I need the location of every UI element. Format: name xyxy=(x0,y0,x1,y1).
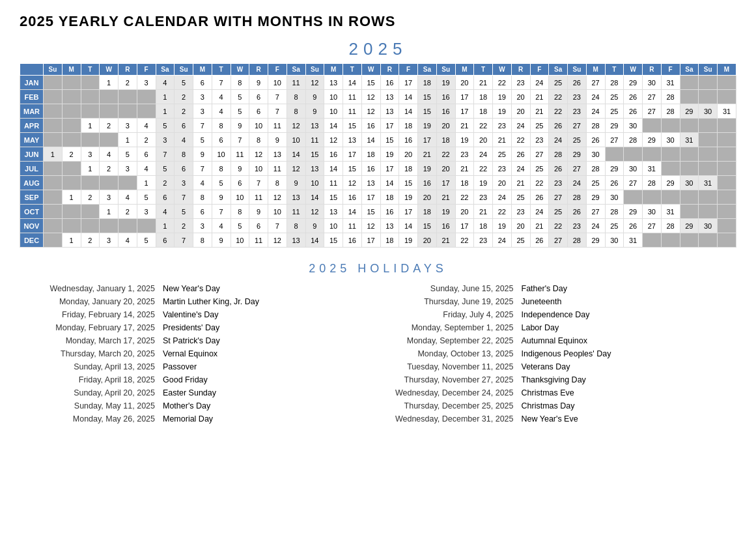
holiday-row: Sunday, April 20, 2025Easter Sunday xyxy=(20,386,378,399)
month-label-dec: DEC xyxy=(20,233,44,248)
holiday-name: Valentine's Day xyxy=(163,310,219,319)
holiday-row: Friday, April 18, 2025Good Friday xyxy=(20,373,378,386)
holiday-name: Presidents' Day xyxy=(163,323,219,332)
holiday-name: Autumnal Equinox xyxy=(522,336,587,345)
holiday-row: Wednesday, December 31, 2025New Year's E… xyxy=(378,412,737,425)
holiday-date: Monday, February 17, 2025 xyxy=(26,323,163,332)
holiday-row: Thursday, March 20, 2025Vernal Equinox xyxy=(20,347,378,360)
holiday-name: Independence Day xyxy=(522,310,590,319)
month-label-oct: OCT xyxy=(20,205,44,219)
month-label-nov: NOV xyxy=(20,219,44,233)
month-label-sep: SEP xyxy=(20,190,44,205)
holiday-date: Friday, July 4, 2025 xyxy=(385,310,522,319)
holiday-name: Vernal Equinox xyxy=(163,349,217,358)
month-label-jul: JUL xyxy=(20,162,44,176)
holiday-row: Monday, September 1, 2025Labor Day xyxy=(378,321,737,334)
holiday-row: Friday, February 14, 2025Valentine's Day xyxy=(20,308,378,321)
holiday-date: Sunday, June 15, 2025 xyxy=(385,284,522,293)
holiday-row: Monday, February 17, 2025Presidents' Day xyxy=(20,321,378,334)
holiday-date: Thursday, March 20, 2025 xyxy=(26,349,163,358)
holiday-name: Thanksgiving Day xyxy=(522,375,586,384)
holiday-row: Sunday, April 13, 2025Passover xyxy=(20,360,378,373)
holiday-row: Monday, March 17, 2025St Patrick's Day xyxy=(20,334,378,347)
month-label-feb: FEB xyxy=(20,90,44,104)
holiday-name: Mother's Day xyxy=(163,401,210,410)
holiday-date: Monday, September 1, 2025 xyxy=(385,323,522,332)
holiday-date: Monday, January 20, 2025 xyxy=(26,297,163,306)
holiday-date: Sunday, April 13, 2025 xyxy=(26,362,163,371)
month-label-jan: JAN xyxy=(20,76,44,90)
holidays-title: 2025 HOLIDAYS xyxy=(20,262,736,276)
holiday-date: Monday, March 17, 2025 xyxy=(26,336,163,345)
holiday-date: Wednesday, December 31, 2025 xyxy=(385,414,522,424)
holiday-row: Thursday, November 27, 2025Thanksgiving … xyxy=(378,373,737,386)
holiday-name: Father's Day xyxy=(522,284,567,293)
holiday-row: Friday, July 4, 2025Independence Day xyxy=(378,308,737,321)
holiday-row: Sunday, June 15, 2025Father's Day xyxy=(378,282,737,295)
holiday-date: Monday, May 26, 2025 xyxy=(26,414,163,424)
holiday-date: Wednesday, January 1, 2025 xyxy=(26,284,163,293)
holiday-row: Monday, October 13, 2025Indigenous Peopl… xyxy=(378,347,737,360)
holiday-date: Tuesday, November 11, 2025 xyxy=(385,362,522,371)
month-label-jun: JUN xyxy=(20,147,44,162)
holiday-date: Thursday, June 19, 2025 xyxy=(385,297,522,306)
holiday-row: Monday, May 26, 2025Memorial Day xyxy=(20,412,378,425)
holiday-name: New Year's Eve xyxy=(522,414,578,424)
holiday-row: Wednesday, December 24, 2025Christmas Ev… xyxy=(378,386,737,399)
holiday-date: Sunday, May 11, 2025 xyxy=(26,401,163,410)
holiday-name: Labor Day xyxy=(522,323,559,332)
holiday-name: New Year's Day xyxy=(163,284,220,293)
holiday-date: Thursday, December 25, 2025 xyxy=(385,401,522,410)
month-label-may: MAY xyxy=(20,133,44,147)
month-label-aug: AUG xyxy=(20,176,44,190)
holiday-name: Veterans Day xyxy=(522,362,570,371)
holiday-date: Friday, February 14, 2025 xyxy=(26,310,163,319)
holiday-name: Martin Luther King, Jr. Day xyxy=(163,297,259,306)
holiday-date: Wednesday, December 24, 2025 xyxy=(385,388,522,397)
year-label: 2025 xyxy=(20,39,736,59)
holidays-right-column: Sunday, June 15, 2025Father's DayThursda… xyxy=(378,282,737,425)
holiday-name: Christmas Day xyxy=(522,401,575,410)
holiday-name: St Patrick's Day xyxy=(163,336,220,345)
holiday-date: Thursday, November 27, 2025 xyxy=(385,375,522,384)
holiday-row: Tuesday, November 11, 2025Veterans Day xyxy=(378,360,737,373)
holidays-section: 2025 HOLIDAYS Wednesday, January 1, 2025… xyxy=(20,262,736,425)
holiday-date: Sunday, April 20, 2025 xyxy=(26,388,163,397)
holiday-name: Memorial Day xyxy=(163,414,213,424)
holidays-left-column: Wednesday, January 1, 2025New Year's Day… xyxy=(20,282,378,425)
holiday-row: Sunday, May 11, 2025Mother's Day xyxy=(20,399,378,412)
holiday-date: Monday, September 22, 2025 xyxy=(385,336,522,345)
calendar-table: SuMTWRFSaSuMTWRFSaSuMTWRFSaSuMTWRFSaSuMT… xyxy=(20,63,736,248)
holiday-name: Christmas Eve xyxy=(522,388,574,397)
holiday-row: Monday, January 20, 2025Martin Luther Ki… xyxy=(20,295,378,308)
month-label-apr: APR xyxy=(20,119,44,133)
page-title: 2025 YEARLY CALENDAR WITH MONTHS IN ROWS xyxy=(20,13,736,30)
holiday-row: Thursday, June 19, 2025Juneteenth xyxy=(378,295,737,308)
holiday-date: Friday, April 18, 2025 xyxy=(26,375,163,384)
holiday-name: Easter Sunday xyxy=(163,388,216,397)
holiday-date: Monday, October 13, 2025 xyxy=(385,349,522,358)
month-label-mar: MAR xyxy=(20,104,44,119)
holiday-row: Monday, September 22, 2025Autumnal Equin… xyxy=(378,334,737,347)
holiday-name: Indigenous Peoples' Day xyxy=(522,349,611,358)
holiday-row: Thursday, December 25, 2025Christmas Day xyxy=(378,399,737,412)
holiday-name: Passover xyxy=(163,362,197,371)
holiday-row: Wednesday, January 1, 2025New Year's Day xyxy=(20,282,378,295)
holiday-name: Good Friday xyxy=(163,375,208,384)
holidays-grid: Wednesday, January 1, 2025New Year's Day… xyxy=(20,282,736,425)
holiday-name: Juneteenth xyxy=(522,297,562,306)
